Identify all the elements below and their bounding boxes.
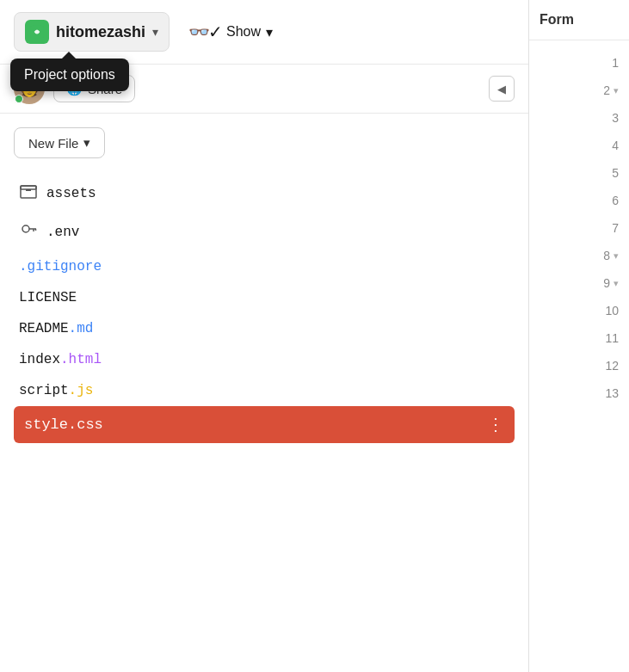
show-dropdown-arrow: ▾ bbox=[266, 24, 273, 40]
line-number: 10 bbox=[540, 297, 619, 324]
folder-icon bbox=[19, 182, 38, 205]
new-file-button[interactable]: New File ▾ bbox=[14, 127, 105, 158]
new-file-label: New File bbox=[28, 136, 78, 151]
line-number: 7 bbox=[540, 214, 619, 242]
file-list-area: New File ▾ assets bbox=[0, 114, 528, 672]
svg-point-4 bbox=[22, 225, 29, 232]
glasses-icon: 👓✓ bbox=[188, 22, 221, 42]
line-number: 4 bbox=[540, 132, 619, 159]
project-options-tooltip: Project options bbox=[10, 59, 129, 91]
active-file-name: style.css bbox=[24, 416, 103, 433]
list-item[interactable]: .env bbox=[14, 213, 515, 251]
glitch-icon bbox=[28, 23, 46, 40]
line-number: 6 bbox=[540, 187, 619, 214]
right-panel: Form 1 2 3 4 5 6 7 8 9 10 11 12 13 bbox=[529, 0, 629, 672]
project-logo bbox=[25, 20, 49, 44]
line-number: 5 bbox=[540, 159, 619, 187]
list-item[interactable]: assets bbox=[14, 174, 515, 213]
list-item[interactable]: README.md bbox=[14, 313, 515, 344]
active-file-item[interactable]: style.css ⋮ bbox=[14, 406, 515, 443]
file-name: script.js bbox=[19, 383, 93, 398]
list-item[interactable]: LICENSE bbox=[14, 282, 515, 313]
project-selector[interactable]: hitomezashi ▾ bbox=[14, 12, 170, 52]
line-number: 9 bbox=[540, 269, 619, 297]
project-name: hitomezashi bbox=[56, 23, 145, 41]
form-label: Form bbox=[540, 12, 574, 28]
line-number: 2 bbox=[540, 77, 619, 104]
file-name: assets bbox=[46, 186, 96, 201]
file-name: .gitignore bbox=[19, 259, 102, 274]
line-number: 1 bbox=[540, 49, 619, 77]
line-number: 8 bbox=[540, 242, 619, 269]
collapse-icon: ◀ bbox=[497, 83, 506, 96]
line-number: 11 bbox=[540, 324, 619, 352]
right-top-bar: Form bbox=[529, 0, 629, 40]
svg-rect-3 bbox=[26, 189, 31, 191]
file-name: LICENSE bbox=[19, 290, 77, 305]
line-number: 12 bbox=[540, 352, 619, 379]
header-bar: hitomezashi ▾ 👓✓ Show ▾ bbox=[0, 0, 528, 65]
new-file-dropdown-arrow: ▾ bbox=[83, 135, 90, 151]
file-name: README.md bbox=[19, 321, 93, 336]
svg-rect-1 bbox=[21, 186, 36, 198]
file-name: .env bbox=[46, 225, 79, 240]
show-label: Show bbox=[226, 24, 261, 40]
file-ext: .js bbox=[69, 383, 94, 398]
key-icon bbox=[19, 220, 38, 244]
list-item[interactable]: script.js bbox=[14, 375, 515, 406]
show-button[interactable]: 👓✓ Show ▾ bbox=[178, 15, 283, 49]
list-item[interactable]: .gitignore bbox=[14, 251, 515, 282]
online-indicator bbox=[15, 95, 23, 103]
file-ext: .md bbox=[69, 321, 94, 336]
list-item[interactable]: index.html bbox=[14, 344, 515, 375]
left-panel: hitomezashi ▾ 👓✓ Show ▾ Project options … bbox=[0, 0, 529, 672]
line-number: 3 bbox=[540, 104, 619, 132]
file-ext: .html bbox=[60, 352, 102, 367]
project-dropdown-arrow: ▾ bbox=[152, 25, 158, 39]
more-options-button[interactable]: ⋮ bbox=[487, 414, 504, 435]
file-name: index.html bbox=[19, 352, 102, 367]
line-numbers: 1 2 3 4 5 6 7 8 9 10 11 12 13 bbox=[529, 49, 629, 407]
collapse-panel-button[interactable]: ◀ bbox=[489, 76, 515, 102]
svg-rect-2 bbox=[21, 186, 36, 189]
line-number: 13 bbox=[540, 379, 619, 407]
